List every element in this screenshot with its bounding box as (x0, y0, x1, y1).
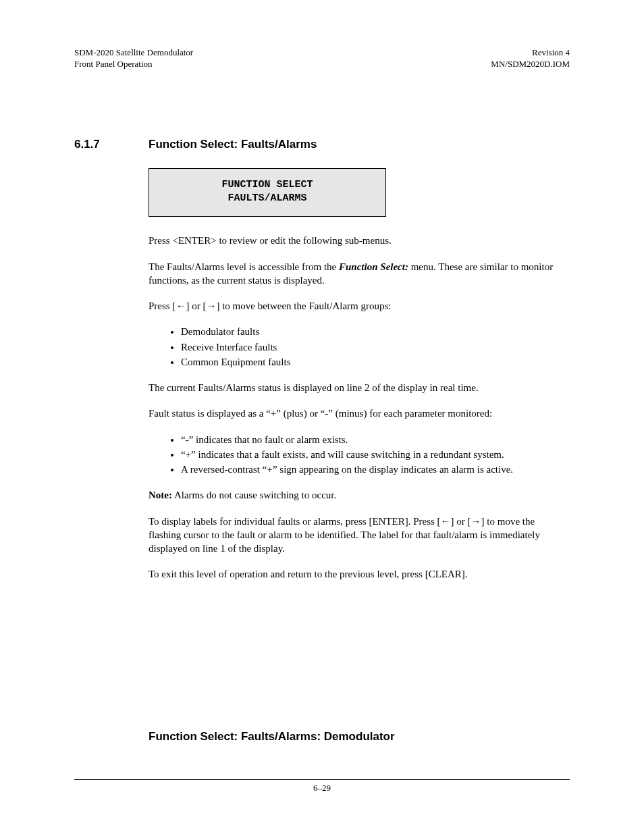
page-footer: 6–29 (74, 779, 570, 793)
bullet-list: “-” indicates that no fault or alarm exi… (149, 433, 570, 477)
list-item: Receive Interface faults (181, 340, 570, 354)
page-header: SDM-2020 Satellite Demodulator Front Pan… (74, 47, 570, 70)
header-right: Revision 4 MN/SDM2020D.IOM (491, 47, 570, 70)
page-number: 6–29 (313, 783, 331, 793)
paragraph: Press [←] or [→] to move between the Fau… (149, 299, 570, 313)
paragraph: Press <ENTER> to review or edit the foll… (149, 234, 570, 247)
lcd-display: FUNCTION SELECT FAULTS/ALARMS (149, 168, 386, 217)
paragraph: The Faults/Alarms level is accessible fr… (149, 260, 570, 288)
paragraph: Fault status is displayed as a “+” (plus… (149, 407, 570, 420)
list-item: “+” indicates that a fault exists, and w… (181, 448, 570, 461)
header-left-line2: Front Panel Operation (74, 59, 193, 70)
header-right-line2: MN/SDM2020D.IOM (491, 59, 570, 70)
note-label: Note: (149, 490, 172, 500)
note: Note: Alarms do not cause switching to o… (149, 488, 570, 502)
lcd-line2: FAULTS/ALARMS (149, 192, 385, 205)
list-item: “-” indicates that no fault or alarm exi… (181, 433, 570, 446)
paragraph: To display labels for individual faults … (149, 515, 570, 556)
header-left-line1: SDM-2020 Satellite Demodulator (74, 47, 193, 59)
subsection-heading: Function Select: Faults/Alarms: Demodula… (149, 730, 570, 744)
bullet-list: Demodulator faults Receive Interface fau… (149, 325, 570, 369)
emphasis: Function Select: (339, 261, 408, 272)
page: SDM-2020 Satellite Demodulator Front Pan… (0, 0, 644, 834)
paragraph: To exit this level of operation and retu… (149, 567, 570, 581)
list-item: Demodulator faults (181, 325, 570, 338)
section-number: 6.1.7 (74, 138, 149, 151)
list-item: Common Equipment faults (181, 355, 570, 369)
paragraph: The current Faults/Alarms status is disp… (149, 381, 570, 394)
body-column: FUNCTION SELECT FAULTS/ALARMS Press <ENT… (149, 168, 570, 744)
note-text: Alarms do not cause switching to occur. (172, 490, 336, 500)
list-item: A reversed-contrast “+” sign appearing o… (181, 463, 570, 476)
section-heading: 6.1.7 Function Select: Faults/Alarms (74, 138, 570, 151)
section-title: Function Select: Faults/Alarms (149, 138, 570, 151)
lcd-line1: FUNCTION SELECT (149, 178, 385, 192)
header-right-line1: Revision 4 (491, 47, 570, 59)
text: The Faults/Alarms level is accessible fr… (149, 261, 339, 272)
header-left: SDM-2020 Satellite Demodulator Front Pan… (74, 47, 193, 70)
